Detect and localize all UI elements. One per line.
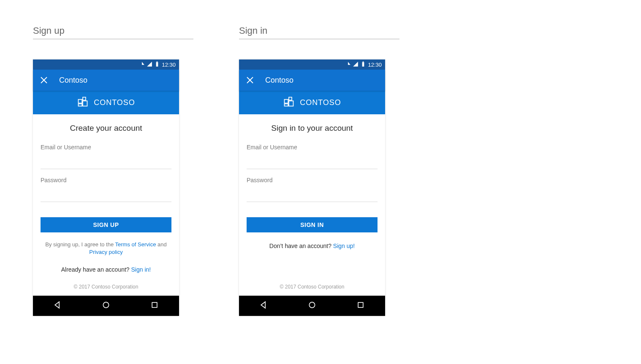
cell-signal-icon bbox=[147, 61, 152, 68]
brand-banner: CONTOSO bbox=[239, 91, 385, 114]
svg-rect-4 bbox=[79, 99, 82, 103]
svg-rect-10 bbox=[362, 62, 364, 67]
svg-rect-17 bbox=[289, 101, 293, 106]
battery-icon bbox=[154, 61, 160, 68]
email-label: Email or Username bbox=[41, 144, 171, 151]
brand-name: CONTOSO bbox=[300, 98, 341, 107]
copyright: © 2017 Contoso Corporation bbox=[247, 274, 378, 290]
nav-recent-icon[interactable] bbox=[356, 301, 365, 311]
page-heading: Create your account bbox=[41, 124, 171, 133]
brand-logo-icon bbox=[283, 96, 295, 110]
svg-rect-6 bbox=[83, 97, 86, 100]
email-field[interactable] bbox=[41, 158, 171, 169]
svg-rect-16 bbox=[289, 97, 292, 100]
privacy-policy-link[interactable]: Privacy policy bbox=[89, 249, 122, 255]
svg-rect-1 bbox=[157, 61, 158, 62]
svg-rect-0 bbox=[156, 62, 158, 67]
svg-rect-19 bbox=[358, 302, 363, 307]
password-field[interactable] bbox=[247, 191, 378, 202]
nav-home-icon[interactable] bbox=[308, 301, 316, 311]
nav-home-icon[interactable] bbox=[102, 301, 110, 311]
close-icon[interactable] bbox=[247, 77, 253, 84]
wifi-icon bbox=[139, 61, 145, 68]
terms-of-service-link[interactable]: Terms of Service bbox=[115, 241, 156, 248]
password-label: Password bbox=[41, 177, 171, 183]
app-bar: Contoso bbox=[33, 70, 179, 91]
section-label-signin: Sign in bbox=[239, 25, 399, 39]
cell-signal-icon bbox=[353, 61, 359, 68]
android-navbar bbox=[33, 296, 179, 316]
clock-text: 12:30 bbox=[368, 62, 382, 68]
svg-point-8 bbox=[103, 302, 109, 307]
terms-text: By signing up, I agree to the Terms of S… bbox=[41, 241, 171, 256]
nav-back-icon[interactable] bbox=[259, 301, 268, 311]
nav-back-icon[interactable] bbox=[53, 301, 62, 311]
android-navbar bbox=[239, 296, 385, 316]
battery-icon bbox=[360, 61, 366, 68]
app-title: Contoso bbox=[265, 76, 293, 85]
copyright: © 2017 Contoso Corporation bbox=[41, 274, 171, 290]
password-label: Password bbox=[247, 177, 378, 183]
status-bar: 12:30 bbox=[33, 59, 179, 70]
svg-rect-14 bbox=[285, 99, 288, 103]
signup-link[interactable]: Sign up! bbox=[333, 243, 355, 249]
svg-rect-11 bbox=[363, 61, 364, 62]
email-label: Email or Username bbox=[247, 144, 378, 151]
svg-rect-5 bbox=[79, 104, 82, 106]
nav-recent-icon[interactable] bbox=[150, 301, 159, 311]
have-account-prompt: Already have an account? Sign in! bbox=[41, 266, 171, 273]
app-title: Contoso bbox=[59, 76, 87, 85]
signin-link[interactable]: Sign in! bbox=[131, 266, 151, 273]
svg-point-18 bbox=[309, 302, 315, 307]
clock-text: 12:30 bbox=[162, 62, 176, 68]
status-bar: 12:30 bbox=[239, 59, 385, 70]
svg-rect-7 bbox=[83, 101, 87, 106]
phone-frame-signup: 12:30 Contoso CONTOSO Create your accoun… bbox=[33, 59, 179, 316]
signin-button[interactable]: SIGN IN bbox=[247, 217, 378, 232]
close-icon[interactable] bbox=[41, 77, 47, 84]
signup-button[interactable]: SIGN UP bbox=[41, 217, 171, 232]
password-field[interactable] bbox=[41, 191, 171, 202]
brand-logo-icon bbox=[77, 96, 89, 110]
phone-frame-signin: 12:30 Contoso CONTOSO Sign in to your ac… bbox=[239, 59, 385, 316]
svg-rect-9 bbox=[152, 302, 157, 307]
app-bar: Contoso bbox=[239, 70, 385, 91]
page-heading: Sign in to your account bbox=[247, 124, 378, 133]
svg-rect-15 bbox=[285, 104, 288, 106]
section-label-signup: Sign up bbox=[33, 25, 193, 39]
email-field[interactable] bbox=[247, 158, 378, 169]
brand-name: CONTOSO bbox=[94, 98, 135, 107]
wifi-icon bbox=[345, 61, 351, 68]
no-account-prompt: Don’t have an account? Sign up! bbox=[247, 243, 378, 249]
brand-banner: CONTOSO bbox=[33, 91, 179, 114]
